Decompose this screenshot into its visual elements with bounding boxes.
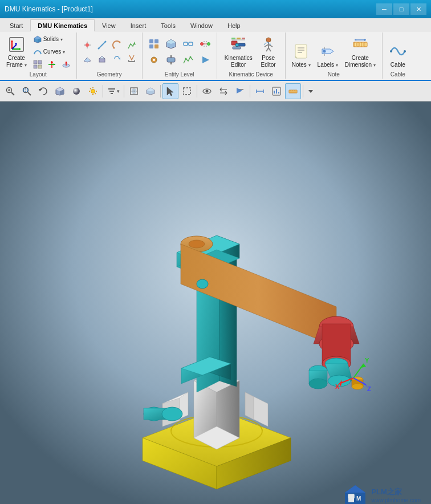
layout-label: Layout — [30, 71, 47, 78]
svg-marker-127 — [237, 88, 242, 94]
geometry-row1 — [80, 39, 139, 51]
kinematics-editor-button[interactable]: KinematicsEditor — [222, 34, 255, 70]
sketch-button[interactable] — [125, 39, 139, 51]
cable-button[interactable]: Cable — [386, 40, 410, 70]
link-button[interactable] — [180, 37, 196, 51]
solids-icon — [33, 35, 42, 44]
constraint-button[interactable] — [197, 37, 213, 51]
svg-rect-13 — [38, 65, 42, 68]
motor-button[interactable] — [163, 53, 179, 67]
shading-button[interactable] — [68, 83, 84, 99]
svg-rect-10 — [34, 60, 37, 64]
create-frame-button[interactable]: CreateFrame ▾ — [3, 34, 30, 70]
tab-tools[interactable]: Tools — [153, 19, 183, 31]
hide-button[interactable] — [199, 83, 215, 99]
svg-point-55 — [185, 58, 186, 60]
kinematic-label: Kinematic Device — [229, 71, 273, 78]
svg-marker-142 — [308, 90, 313, 93]
kinematics-editor-icon — [229, 35, 247, 54]
svg-rect-45 — [189, 42, 193, 46]
view-isometric-button[interactable] — [143, 83, 158, 99]
svg-point-94 — [404, 50, 406, 52]
svg-text:X: X — [335, 383, 340, 390]
select-area-button[interactable] — [179, 83, 195, 99]
ribbon-group-geometry: Geometry — [77, 32, 143, 79]
svg-point-30 — [119, 42, 120, 43]
swap-button[interactable] — [216, 83, 231, 99]
light-button[interactable] — [85, 83, 101, 99]
geometry-row2 — [80, 53, 139, 64]
rotate3d-button[interactable] — [110, 53, 124, 64]
extrude-button[interactable] — [95, 53, 109, 64]
svg-rect-12 — [34, 65, 37, 68]
svg-point-51 — [153, 59, 155, 61]
svg-point-29 — [113, 47, 115, 49]
svg-rect-44 — [184, 42, 188, 46]
curves-button[interactable]: Curves ▾ — [31, 46, 73, 58]
close-button[interactable]: ✕ — [410, 3, 426, 15]
view-cube-button[interactable] — [52, 83, 68, 99]
tab-start[interactable]: Start — [2, 19, 30, 31]
analysis-button[interactable] — [180, 53, 196, 67]
select-button[interactable] — [162, 83, 178, 99]
apply-button[interactable] — [232, 83, 248, 99]
measure-dist-button[interactable] — [252, 83, 268, 99]
svg-line-112 — [90, 88, 91, 90]
cable-label: Cable — [391, 62, 405, 68]
axes-button[interactable] — [45, 59, 59, 70]
svg-rect-52 — [167, 58, 175, 62]
svg-rect-114 — [108, 88, 115, 90]
assembly-button[interactable] — [146, 37, 162, 51]
maximize-button[interactable]: □ — [393, 3, 409, 15]
svg-rect-41 — [154, 44, 158, 48]
svg-text:Y: Y — [365, 357, 369, 364]
window-controls: ─ □ ✕ — [376, 3, 426, 15]
sep6 — [303, 85, 303, 97]
grid-button[interactable] — [31, 59, 44, 70]
view-front-button[interactable] — [126, 83, 142, 99]
point-button[interactable] — [80, 39, 94, 51]
plane2-button[interactable] — [80, 53, 94, 64]
measure3-button[interactable] — [125, 53, 139, 64]
minimize-button[interactable]: ─ — [376, 3, 392, 15]
solids-label: Solids ▾ — [43, 36, 63, 43]
plane-button[interactable] — [59, 59, 73, 70]
zoom-area-button[interactable] — [19, 83, 35, 99]
svg-rect-37 — [134, 60, 135, 62]
zoom-fit-button[interactable] — [2, 83, 18, 99]
entity-items — [146, 34, 213, 70]
tab-dmu[interactable]: DMU Kinematics — [30, 19, 95, 31]
svg-point-106 — [73, 88, 80, 95]
watermark-brand: PLM之家 — [371, 487, 421, 497]
solids-button[interactable]: Solids ▾ — [31, 34, 73, 45]
viewport[interactable]: X Y Z M PLM之家 www.plmhome.com — [0, 101, 431, 504]
notes-label: Notes ▾ — [292, 62, 311, 68]
note-items: Notes ▾ Labels ▾ — [289, 34, 379, 70]
rotate-view-button[interactable] — [35, 83, 51, 99]
svg-marker-31 — [84, 58, 91, 62]
arc-button[interactable] — [110, 39, 124, 51]
more-tools-dropdown[interactable] — [305, 83, 316, 99]
joint-button[interactable] — [146, 53, 162, 67]
dimension-icon — [351, 35, 369, 54]
component-button[interactable] — [163, 37, 179, 51]
analyze-button[interactable] — [269, 83, 284, 99]
simulate-button[interactable] — [197, 53, 213, 67]
labels-button[interactable]: Labels ▾ — [315, 40, 341, 70]
ruler-button[interactable] — [285, 83, 301, 99]
svg-marker-16 — [51, 61, 53, 63]
line-button[interactable] — [95, 39, 109, 51]
tab-help[interactable]: Help — [220, 19, 248, 31]
select-filter-dropdown[interactable]: ▾ — [105, 83, 122, 99]
create-dimension-button[interactable]: CreateDimension ▾ — [342, 34, 379, 70]
ribbon-group-cable: Cable Cable — [383, 32, 413, 79]
pose-editor-button[interactable]: PoseEditor — [257, 34, 280, 70]
tab-window[interactable]: Window — [183, 19, 220, 31]
svg-point-93 — [390, 50, 392, 52]
extra-icons — [31, 59, 73, 70]
watermark: M PLM之家 www.plmhome.com — [344, 483, 421, 504]
tab-insert[interactable]: Insert — [123, 19, 154, 31]
tab-view[interactable]: View — [95, 19, 123, 31]
notes-button[interactable]: Notes ▾ — [289, 40, 314, 70]
watermark-text-group: PLM之家 www.plmhome.com — [371, 487, 421, 503]
